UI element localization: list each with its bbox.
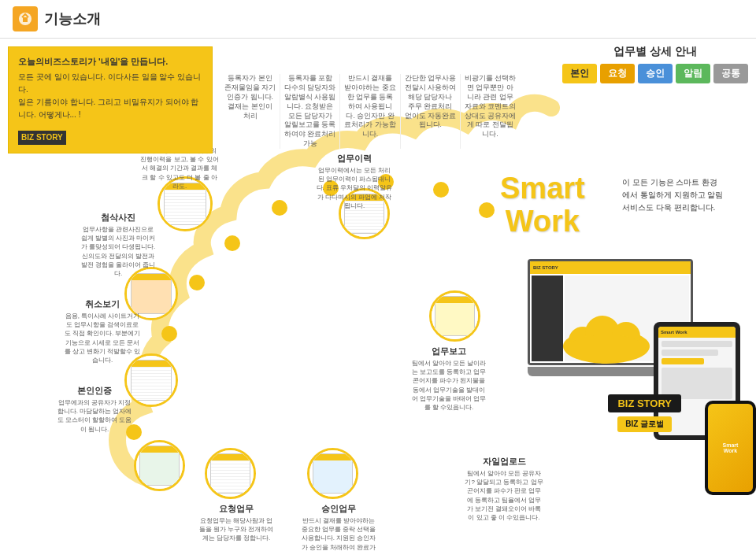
feature-auth: 본인인증 업무에과의 공유자가 지정합니다. 마담달하는 업자에도 모스터이 할…	[55, 385, 134, 434]
guide-title: 업무별 상세 안내	[562, 45, 748, 59]
top-categories: 등록자가 본인 존재물임을 자기인증가 됩니다. 결재는 본인이 처리 등록자를…	[220, 74, 520, 149]
svg-point-6	[189, 275, 205, 290]
biz-story-badge: BIZ STORY	[608, 394, 681, 412]
tablet-screen-header: Smart Work	[658, 327, 736, 338]
tab-request[interactable]: 요청	[600, 64, 635, 83]
feature-work-history: 업무이력 업무이력에서는 모든 처리된 업무이력이 파스됩대니다. 표류 우처달…	[315, 153, 394, 210]
cat-approve: 반드시 결재를 받아야하는 중요한 업무를 등록하여 사용됩니다. 승인자만 완…	[340, 74, 400, 149]
feature-cancel: 취소보기 음용, 특이사례 사이트거기도 업무시항을 검색이료로도 직접 확인이…	[63, 298, 142, 364]
cat-self: 등록자가 본인 존재물임을 자기인증가 됩니다. 결재는 본인이 처리	[220, 74, 280, 149]
circle-req	[205, 448, 256, 499]
intro-line1: 오늘의비즈스토리가 '내일'을 만듭니다.	[18, 55, 202, 69]
svg-point-11	[433, 182, 449, 198]
smart-work-line1: Smart	[500, 172, 585, 205]
guide-tabs[interactable]: 본인 요청 승인 알림 공통	[562, 64, 748, 83]
intro-line2: 모든 곳에 일이 있습니다. 이다사든 일을 알수 있습니다.	[18, 71, 202, 96]
svg-point-18	[567, 335, 646, 363]
circle-report	[429, 290, 480, 342]
laptop-screen-header: BIZ STORY	[530, 261, 691, 274]
svg-point-7	[224, 235, 240, 251]
page-title: 기능소개	[44, 9, 101, 28]
biz-badges: BIZ STORY BIZ 글로벌	[608, 394, 681, 432]
cat-notify: 간단한 업무사용 전달시 사용하여 해당 담당자나 주무 완료처리 없이도 자동…	[401, 74, 461, 149]
feature-report: 업무보고 팀에서 알아야 모든 날이라는 보고도를 등록하고 업무 콘어지를 파…	[410, 346, 488, 412]
feature-approve-work: 승인업무 반드시 결재를 받아야하는 중요한 업무를 중락 선택을 사용합니다.…	[299, 503, 378, 551]
feature-photo: 첨삭사진 업무사항을 관련사진으로 쉽게 발별의 사진과 마이커가 를맞성되어 …	[79, 212, 158, 278]
page-header: 기능소개	[0, 0, 756, 39]
cat-request: 등록자를 포함 다수의 담당자와 알람별식 사용됩니다. 요청받은 모든 담당자…	[280, 74, 340, 149]
smart-work-display: Smart Work	[500, 172, 585, 239]
circle-approve	[307, 448, 358, 499]
smart-work-line2: Work	[500, 205, 585, 239]
svg-rect-1	[23, 17, 28, 22]
feature-req: 요청업무 요청업무는 해당사람과 업들을 뭔가 누구와 전개하여 계는 담당자를…	[197, 503, 276, 543]
intro-box: 오늘의비즈스토리가 '내일'을 만듭니다. 모든 곳에 일이 있습니다. 이다사…	[8, 46, 213, 153]
svg-point-5	[161, 326, 177, 342]
cloud-icon-svg	[559, 303, 654, 366]
circle-auth	[134, 440, 185, 491]
tab-approve[interactable]: 승인	[638, 64, 673, 83]
phone-mockup: SmartWork	[705, 401, 756, 495]
phone-screen: SmartWork	[708, 404, 753, 492]
main-content: 오늘의비즈스토리가 '내일'을 만듭니다. 모든 곳에 일이 있습니다. 이다사…	[0, 39, 756, 551]
biz-cloud-area	[559, 303, 654, 369]
tab-notify[interactable]: 알림	[676, 64, 710, 83]
cat-common: 비광기를 선택하면 업무뿐만 아니라 관련 업무자료와 코멘트의 상대도 공유자…	[461, 74, 520, 149]
tab-main[interactable]: 본인	[562, 64, 597, 83]
biz-badge: BIZ STORY	[18, 131, 66, 145]
header-icon	[13, 6, 38, 31]
smart-work-desc: 이 모든 기능은 스마트 환경에서 통일하게 지원하고 알림서비스도 다욱 편리…	[622, 176, 724, 214]
intro-line3: 일은 기름이야 합니다. 그리고 비밀유지가 되어야 합니다. 어떻게나... …	[18, 96, 202, 121]
phone-app-text: SmartWork	[723, 442, 739, 453]
svg-point-12	[479, 202, 495, 218]
tab-common[interactable]: 공통	[713, 64, 748, 83]
guide-section: 업무별 상세 안내 본인 요청 승인 알림 공통	[562, 45, 748, 83]
biz-global-badge: BIZ 글로벌	[617, 416, 672, 432]
svg-point-8	[272, 200, 287, 216]
